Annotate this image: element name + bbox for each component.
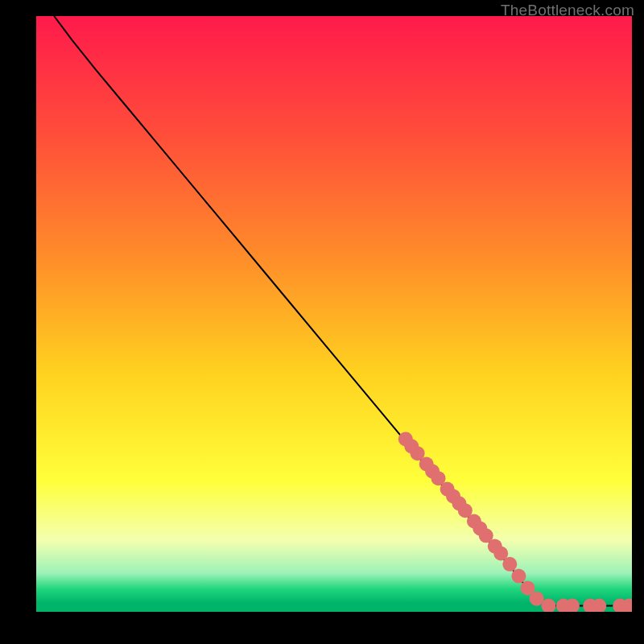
chart-svg bbox=[36, 16, 632, 612]
data-point-marker bbox=[511, 569, 526, 584]
chart-plot-area bbox=[36, 16, 632, 612]
attribution-text: TheBottleneck.com bbox=[501, 2, 634, 19]
chart-frame: TheBottleneck.com bbox=[0, 0, 644, 644]
data-point-marker bbox=[502, 557, 517, 572]
